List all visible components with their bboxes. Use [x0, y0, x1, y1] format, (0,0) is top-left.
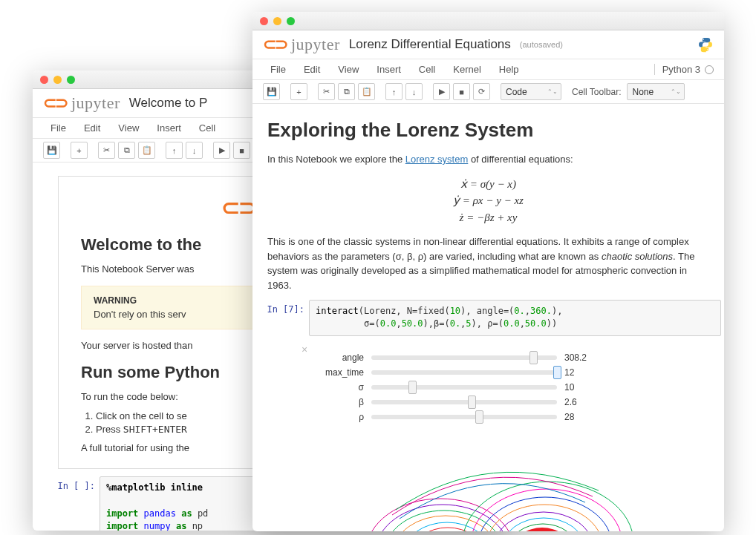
- autosave-status: (autosaved): [520, 40, 563, 49]
- notebook-title[interactable]: Welcome to P: [129, 96, 208, 111]
- window-titlebar[interactable]: [252, 12, 724, 30]
- description-paragraph: This is one of the classic systems in no…: [267, 234, 709, 292]
- menu-file[interactable]: File: [263, 62, 293, 77]
- slider-thumb[interactable]: [468, 395, 476, 409]
- stop-button[interactable]: ■: [453, 83, 470, 100]
- lorenz-attractor-plot: [310, 444, 667, 531]
- jupyter-logo[interactable]: ⊂⊃ jupyter: [43, 93, 120, 113]
- minimize-icon[interactable]: [53, 76, 62, 84]
- slider-track[interactable]: [371, 355, 557, 360]
- add-cell-button[interactable]: +: [71, 142, 88, 159]
- copy-button[interactable]: ⧉: [338, 83, 355, 100]
- menu-file[interactable]: File: [43, 120, 74, 136]
- slider-beta: β 2.6: [319, 397, 709, 407]
- widget-panel: × angle 308.2 max_time 12 σ 10 β 2.6: [319, 344, 709, 431]
- kernel-status-icon: [705, 65, 714, 74]
- slider-thumb[interactable]: [475, 410, 483, 424]
- menu-help[interactable]: Help: [492, 62, 527, 77]
- menu-insert[interactable]: Insert: [149, 120, 189, 136]
- svg-point-3: [376, 505, 509, 531]
- close-widget-icon[interactable]: ×: [302, 344, 307, 355]
- slider-thumb[interactable]: [408, 381, 417, 394]
- equation-block: ẋ = σ(y − x) ẏ = ρx − y − xz ż = −βz + x…: [267, 176, 709, 226]
- cut-button[interactable]: ✂: [318, 83, 335, 100]
- close-icon[interactable]: [260, 17, 268, 25]
- jupyter-logo[interactable]: ⊂⊃ jupyter: [263, 35, 340, 54]
- celltype-select[interactable]: Code: [501, 83, 561, 100]
- run-button[interactable]: ▶: [433, 83, 450, 100]
- svg-point-2: [366, 499, 515, 531]
- notebook-heading: Exploring the Lorenz System: [267, 119, 709, 142]
- cell-toolbar-label: Cell Toolbar:: [572, 87, 621, 97]
- run-button[interactable]: ▶: [213, 142, 230, 159]
- copy-button[interactable]: ⧉: [118, 142, 135, 159]
- cell-toolbar-select[interactable]: None: [627, 83, 685, 100]
- slider-track[interactable]: [371, 400, 557, 404]
- code-input[interactable]: interact(Lorenz, N=fixed(10), angle=(0.,…: [309, 300, 721, 336]
- menubar: File Edit View Insert Cell Kernel Help P…: [252, 59, 724, 80]
- svg-point-0: [703, 39, 704, 39]
- notebook-title[interactable]: Lorenz Differential Equations: [349, 37, 511, 52]
- input-prompt: In [ ]:: [46, 476, 95, 531]
- minimize-icon[interactable]: [273, 17, 281, 25]
- jupyter-icon: ⊂⊃: [43, 93, 67, 113]
- menu-cell[interactable]: Cell: [192, 120, 223, 136]
- kernel-indicator: Python 3: [654, 64, 714, 75]
- move-down-button[interactable]: ↓: [186, 142, 203, 159]
- menu-edit[interactable]: Edit: [296, 62, 328, 77]
- slider-thumb[interactable]: [553, 366, 561, 379]
- restart-button[interactable]: ⟳: [473, 83, 490, 100]
- intro-paragraph: In this Notebook we explore the Lorenz s…: [267, 152, 709, 167]
- add-cell-button[interactable]: +: [290, 83, 307, 100]
- menu-insert[interactable]: Insert: [369, 62, 408, 77]
- lorenz-link[interactable]: Lorenz system: [405, 154, 469, 165]
- menu-cell[interactable]: Cell: [411, 62, 443, 77]
- python-icon: [697, 36, 714, 53]
- move-up-button[interactable]: ↑: [385, 83, 403, 100]
- move-down-button[interactable]: ↓: [405, 83, 423, 100]
- code-cell[interactable]: In [7]: interact(Lorenz, N=fixed(10), an…: [255, 300, 721, 336]
- menu-view[interactable]: View: [330, 62, 366, 77]
- menu-view[interactable]: View: [111, 120, 146, 136]
- slider-rho: ρ 28: [319, 412, 709, 422]
- menu-edit[interactable]: Edit: [76, 120, 108, 136]
- input-prompt: In [7]:: [255, 300, 304, 336]
- slider-track[interactable]: [371, 370, 557, 375]
- toolbar: 💾 + ✂ ⧉ 📋 ↑ ↓ ▶ ■ ⟳ Code Cell Toolbar: N…: [252, 80, 724, 104]
- maximize-icon[interactable]: [67, 76, 75, 84]
- save-button[interactable]: 💾: [43, 142, 60, 159]
- slider-track[interactable]: [371, 385, 557, 390]
- cut-button[interactable]: ✂: [98, 142, 115, 159]
- jupyter-icon: ⊂⊃: [263, 35, 287, 54]
- move-up-button[interactable]: ↑: [166, 142, 183, 159]
- slider-track[interactable]: [371, 415, 557, 419]
- menu-kernel[interactable]: Kernel: [446, 62, 489, 77]
- paste-button[interactable]: 📋: [138, 142, 155, 159]
- slider-angle: angle 308.2: [319, 352, 709, 363]
- save-button[interactable]: 💾: [263, 83, 280, 100]
- stop-button[interactable]: ■: [233, 142, 250, 159]
- close-icon[interactable]: [40, 76, 48, 84]
- slider-thumb[interactable]: [529, 351, 538, 364]
- slider-sigma: σ 10: [319, 382, 709, 393]
- maximize-icon[interactable]: [287, 17, 295, 25]
- paste-button[interactable]: 📋: [358, 83, 375, 100]
- svg-point-1: [707, 49, 708, 50]
- slider-maxtime: max_time 12: [319, 367, 709, 378]
